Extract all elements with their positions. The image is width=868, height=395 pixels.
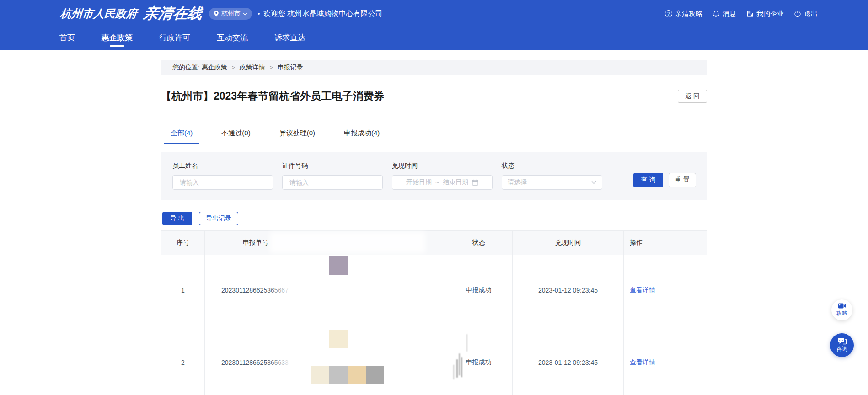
end-date-placeholder: 结束日期 (443, 178, 468, 187)
col-index: 序号 (161, 231, 205, 255)
row-redeem-time: 2023-01-12 09:23:45 (513, 255, 624, 326)
status-tabs: 全部(4) 不通过(0) 异议处理(0) 申报成功(4) (161, 112, 707, 144)
row-status: 申报成功 (445, 255, 513, 326)
employee-name-label: 员工姓名 (172, 162, 273, 170)
video-camera-icon (838, 303, 846, 309)
menu-item-messages[interactable]: 消息 (713, 10, 736, 18)
breadcrumb-item-records[interactable]: 申报记录 (278, 64, 303, 72)
order-no-fade-row2 (267, 326, 443, 395)
row-redeem-time: 2023-01-12 09:23:45 (513, 326, 624, 395)
chat-bubble-icon (838, 337, 847, 345)
date-separator: ~ (435, 179, 439, 186)
filter-panel: 员工姓名 证件号码 兑现时间 开始日期 ~ 结束日期 状态 请选择 查 询 重 … (161, 152, 707, 200)
breadcrumb: 您的位置: 惠企政策 > 政策详情 > 申报记录 (161, 60, 707, 75)
welcome-text: 欢迎您 杭州水晶城购物中心有限公司 (263, 9, 382, 19)
status-label: 状态 (502, 162, 602, 170)
product-logo: 亲清在线 (142, 4, 203, 24)
redacted-text-smudge (449, 331, 470, 390)
redeem-time-label: 兑现时间 (392, 162, 493, 170)
col-action: 操作 (624, 231, 707, 255)
header-menu: ? 亲清攻略 消息 我的企业 退出 (665, 10, 818, 18)
reset-button[interactable]: 重 置 (669, 173, 696, 187)
redacted-image-beige (329, 330, 348, 348)
tab-objection[interactable]: 异议处理(0) (273, 129, 322, 144)
row-index: 2 (161, 326, 205, 395)
breadcrumb-separator: > (232, 64, 235, 71)
menu-item-my-company[interactable]: 我的企业 (746, 10, 784, 18)
nav-item-policies[interactable]: 惠企政策 (102, 25, 133, 50)
order-no-fade-row1 (267, 256, 443, 325)
welcome-dot (258, 13, 260, 15)
nav-item-interaction[interactable]: 互动交流 (217, 25, 248, 50)
view-detail-link[interactable]: 查看详情 (630, 358, 655, 366)
breadcrumb-item-policy-detail[interactable]: 政策详情 (240, 64, 265, 72)
top-header: 杭州市人民政府 亲清在线 杭州市 欢迎您 杭州水晶城购物中心有限公司 ? 亲清攻… (0, 0, 868, 50)
city-label: 杭州市 (221, 10, 241, 18)
date-range-picker[interactable]: 开始日期 ~ 结束日期 (392, 175, 493, 190)
header-redaction-blur (270, 232, 425, 253)
nav-item-home[interactable]: 首页 (59, 25, 75, 50)
breadcrumb-separator: > (270, 64, 273, 71)
chevron-down-icon (591, 181, 596, 184)
tab-all[interactable]: 全部(4) (164, 129, 199, 144)
city-selector[interactable]: 杭州市 (209, 8, 252, 20)
tab-rejected[interactable]: 不通过(0) (214, 129, 257, 144)
power-icon (794, 10, 801, 17)
export-button[interactable]: 导 出 (162, 212, 192, 225)
start-date-placeholder: 开始日期 (406, 178, 432, 187)
row-divider-whiteout (224, 322, 450, 329)
page-title: 【杭州市】2023年春节留杭省外员工电子消费券 (161, 89, 384, 103)
nav-item-licensing[interactable]: 行政许可 (159, 25, 190, 50)
calendar-icon (472, 179, 478, 186)
employee-name-input[interactable] (172, 175, 273, 190)
header-row: 杭州市人民政府 亲清在线 杭州市 欢迎您 杭州水晶城购物中心有限公司 ? 亲清攻… (0, 0, 868, 25)
breadcrumb-item-policies[interactable]: 惠企政策 (202, 64, 227, 72)
search-button[interactable]: 查 询 (633, 173, 663, 187)
id-number-input[interactable] (282, 175, 383, 190)
gov-logo: 杭州市人民政府 (60, 6, 138, 21)
menu-item-logout[interactable]: 退出 (794, 10, 818, 18)
col-status: 状态 (445, 231, 513, 255)
table-header-row: 序号 申报单号 状态 兑现时间 操作 (161, 231, 707, 255)
status-select-placeholder: 请选择 (508, 178, 591, 187)
question-circle-icon: ? (665, 10, 672, 17)
back-button[interactable]: 返 回 (678, 90, 707, 103)
redacted-image-purple (329, 256, 348, 275)
row-index: 1 (161, 255, 205, 326)
nav-item-appeals[interactable]: 诉求直达 (274, 25, 305, 50)
chevron-down-icon (243, 12, 247, 16)
menu-item-guide[interactable]: ? 亲清攻略 (665, 10, 702, 18)
col-redeem-time: 兑现时间 (513, 231, 624, 255)
consult-float-button[interactable]: 咨询 (830, 333, 854, 357)
status-select[interactable]: 请选择 (502, 175, 602, 190)
location-pin-icon (214, 11, 219, 17)
guide-float-button[interactable]: 攻略 (831, 299, 852, 320)
tab-success[interactable]: 申报成功(4) (337, 129, 386, 144)
export-log-button[interactable]: 导出记录 (199, 212, 238, 225)
main-nav: 首页 惠企政策 行政许可 互动交流 诉求直达 (0, 25, 868, 50)
records-table-wrap: 序号 申报单号 状态 兑现时间 操作 1 2023011286625365667… (161, 230, 707, 395)
bell-icon (713, 10, 720, 18)
redacted-image-strip (311, 366, 384, 384)
breadcrumb-prefix: 您的位置: (172, 64, 200, 72)
id-number-label: 证件号码 (282, 162, 383, 170)
view-detail-link[interactable]: 查看详情 (630, 286, 655, 294)
building-icon (746, 10, 754, 17)
